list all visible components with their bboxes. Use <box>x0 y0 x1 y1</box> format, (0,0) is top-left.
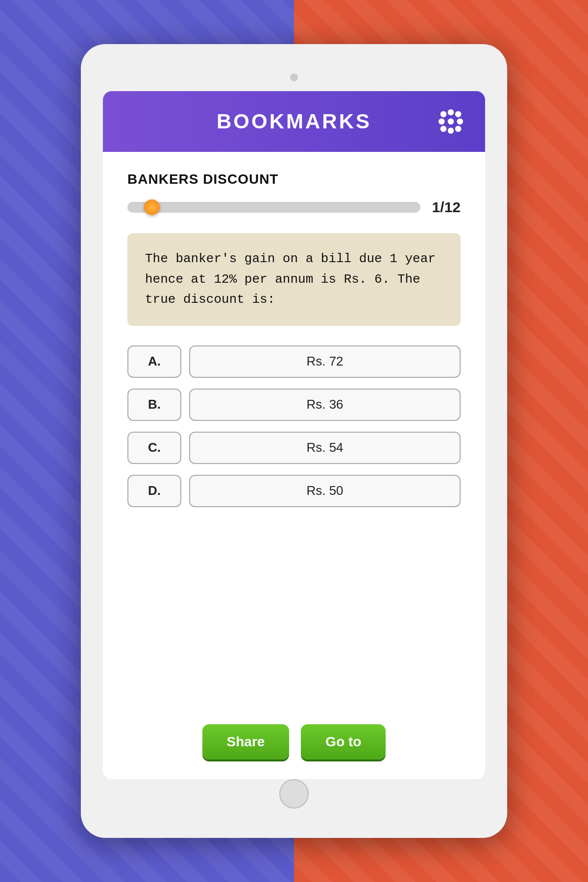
content-area: BOOKMARKS BANKERS DISCOUNT 1/12 Th <box>103 91 485 779</box>
category-title: BANKERS DISCOUNT <box>127 172 461 187</box>
page-title: BOOKMARKS <box>152 110 436 133</box>
option-row-a: A. Rs. 72 <box>127 345 461 378</box>
option-letter-d[interactable]: D. <box>127 475 181 507</box>
option-row-d: D. Rs. 50 <box>127 475 461 507</box>
gear-icon[interactable] <box>436 107 466 136</box>
option-text-d[interactable]: Rs. 50 <box>189 475 461 507</box>
progress-row: 1/12 <box>127 199 461 216</box>
tablet-frame: BOOKMARKS BANKERS DISCOUNT 1/12 Th <box>81 44 507 838</box>
options-list: A. Rs. 72 B. Rs. 36 C. Rs. 54 D. Rs. 50 <box>127 345 461 507</box>
share-button[interactable]: Share <box>202 724 290 760</box>
progress-bar <box>127 202 420 213</box>
option-text-a[interactable]: Rs. 72 <box>189 345 461 378</box>
tablet-camera <box>290 74 298 81</box>
option-letter-c[interactable]: C. <box>127 432 181 464</box>
progress-thumb <box>144 199 160 215</box>
home-button[interactable] <box>279 779 309 808</box>
option-letter-b[interactable]: B. <box>127 389 181 421</box>
progress-fill <box>127 202 152 213</box>
option-letter-a[interactable]: A. <box>127 345 181 378</box>
body-content: BANKERS DISCOUNT 1/12 The banker's gain … <box>103 152 485 779</box>
option-text-c[interactable]: Rs. 54 <box>189 432 461 464</box>
progress-label: 1/12 <box>432 199 461 216</box>
question-text: The banker's gain on a bill due 1 year h… <box>145 249 443 310</box>
goto-button[interactable]: Go to <box>301 724 386 760</box>
option-text-b[interactable]: Rs. 36 <box>189 389 461 421</box>
buttons-row: Share Go to <box>127 724 461 760</box>
option-row-c: C. Rs. 54 <box>127 432 461 464</box>
option-row-b: B. Rs. 36 <box>127 389 461 421</box>
question-box: The banker's gain on a bill due 1 year h… <box>127 233 461 326</box>
header-bar: BOOKMARKS <box>103 91 485 152</box>
